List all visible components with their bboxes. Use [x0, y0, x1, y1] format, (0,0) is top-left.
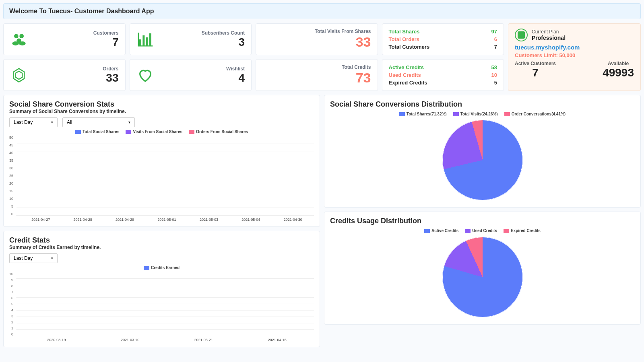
- pie-chart: [442, 237, 523, 317]
- pie-chart: [442, 120, 523, 200]
- time-range-select[interactable]: Last Day: [9, 117, 58, 127]
- svg-rect-5: [139, 39, 141, 45]
- plan-card: Current Plan Professional tuecus.myshopi…: [508, 23, 641, 91]
- svg-marker-12: [16, 71, 23, 79]
- filter-select[interactable]: All: [62, 117, 135, 127]
- active-customers-label: Active Customers: [515, 61, 556, 66]
- metric-value: 3: [161, 36, 245, 49]
- credit-stats-card: Credit Stats Summary of Credits Earned b…: [3, 231, 320, 347]
- svg-rect-7: [146, 37, 148, 45]
- metric-card: Orders33: [3, 59, 126, 91]
- chart-legend: Total Shares(71.32%)Total Visits(24.26%)…: [330, 112, 635, 116]
- chart-title: Credit Stats: [9, 236, 314, 245]
- chevron-down-icon: [51, 256, 53, 260]
- metric-value: 33: [262, 34, 371, 50]
- chevron-down-icon: [128, 120, 130, 124]
- svg-rect-9: [138, 45, 153, 47]
- chart-legend: Credits Earned: [9, 265, 314, 270]
- credits-usage-pie-card: Credits Usage Distribution Active Credit…: [324, 212, 641, 324]
- heart-icon: [136, 67, 154, 83]
- metric-label: Customers: [34, 30, 119, 36]
- first-order-icon: [10, 67, 28, 83]
- metric-card: Subscribers Count3: [130, 23, 252, 55]
- plan-domain: tuecus.myshopify.com: [515, 44, 634, 51]
- metric-value: 33: [34, 72, 119, 84]
- stats-card: Total Shares97Total Orders6Total Custome…: [382, 23, 504, 55]
- metric-card: Total Visits From Shares33: [256, 23, 378, 55]
- svg-rect-6: [142, 35, 144, 45]
- svg-point-3: [12, 41, 19, 45]
- time-range-select[interactable]: Last Day: [9, 253, 58, 263]
- chart-subtitle: Summary of Social Share Conversions by t…: [9, 109, 314, 114]
- active-customers-value: 7: [515, 66, 556, 79]
- available-value: 49993: [603, 66, 634, 79]
- chevron-down-icon: [51, 120, 53, 124]
- chart-title: Social Share Conversions Distribution: [330, 100, 635, 109]
- chart-title: Social Share Conversion Stats: [9, 100, 314, 109]
- metric-value: 4: [161, 72, 245, 84]
- metric-label: Total Visits From Shares: [262, 29, 371, 34]
- social-share-pie-card: Social Share Conversions Distribution To…: [324, 95, 641, 208]
- metric-label: Subscribers Count: [161, 30, 245, 36]
- metric-card: Total Credits73: [256, 59, 378, 91]
- metric-card: Wishlist4: [130, 59, 252, 91]
- metric-label: Total Credits: [262, 64, 371, 70]
- metric-label: Orders: [34, 66, 119, 72]
- metric-card: Customers7: [3, 23, 126, 55]
- users-icon: [10, 31, 28, 47]
- plan-icon: [515, 29, 528, 41]
- chart-legend: Active CreditsUsed CreditsExpired Credit…: [330, 228, 635, 233]
- plan-name: Professional: [532, 35, 566, 41]
- page-title: Welcome To Tuecus- Customer Dashboard Ap…: [3, 3, 641, 19]
- chart-title: Credits Usage Distribution: [330, 217, 635, 225]
- svg-point-4: [19, 41, 26, 45]
- metric-label: Wishlist: [161, 66, 245, 72]
- metric-value: 73: [262, 70, 371, 86]
- svg-rect-10: [138, 33, 139, 46]
- current-plan-label: Current Plan: [532, 29, 566, 35]
- metric-value: 7: [34, 36, 119, 49]
- chart-subtitle: Summary of Credits Earned by timeline.: [9, 245, 314, 250]
- svg-point-1: [19, 34, 24, 38]
- svg-rect-8: [149, 33, 151, 45]
- stats-card: Active Credits58Used Credits10Expired Cr…: [382, 59, 504, 91]
- chart-legend: Total Social SharesVisits From Social Sh…: [9, 130, 314, 134]
- bars-icon: [136, 31, 154, 47]
- available-label: Available: [603, 61, 634, 66]
- svg-point-0: [14, 34, 19, 38]
- social-share-bar-card: Social Share Conversion Stats Summary of…: [3, 95, 320, 227]
- plan-limit: Customers Limit: 50,000: [515, 52, 634, 58]
